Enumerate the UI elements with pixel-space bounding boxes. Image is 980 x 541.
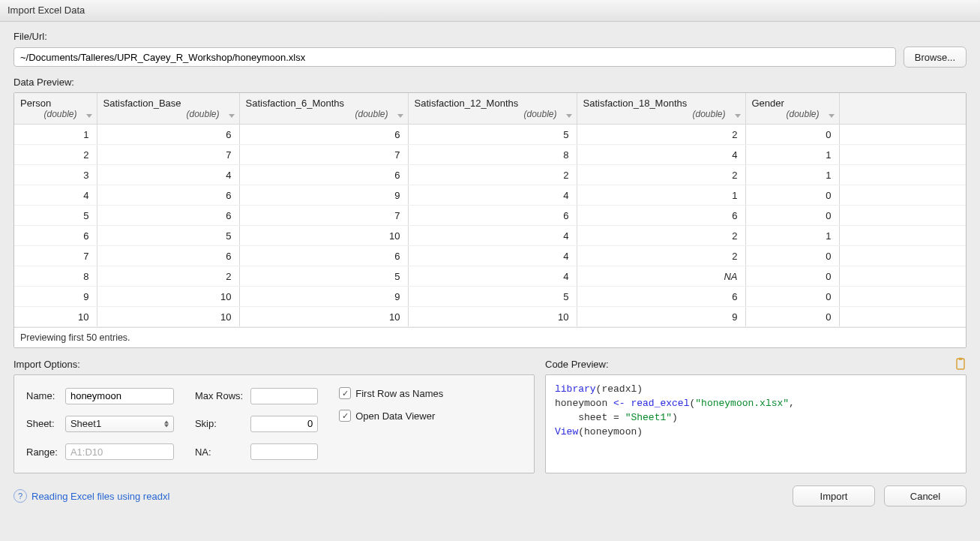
- help-link[interactable]: ? Reading Excel files using readxl: [13, 489, 169, 503]
- chevron-down-icon: [86, 114, 92, 118]
- table-cell: 6: [97, 185, 239, 206]
- table-cell: 4: [408, 266, 577, 287]
- chevron-down-icon: [829, 114, 835, 118]
- table-cell: 5: [97, 226, 239, 246]
- file-url-input[interactable]: [13, 47, 896, 67]
- column-header[interactable]: Satisfaction_12_Months(double): [408, 93, 577, 125]
- table-cell: 6: [577, 206, 745, 226]
- table-cell-empty: [839, 246, 966, 266]
- column-name: Person: [20, 98, 91, 109]
- chevron-down-icon: [397, 114, 403, 118]
- table-row: 8254NA0: [14, 266, 966, 287]
- table-cell: 0: [745, 246, 839, 266]
- table-row: 166520: [14, 125, 966, 145]
- table-cell: NA: [577, 266, 745, 287]
- table-cell: 1: [745, 226, 839, 246]
- column-header[interactable]: Person(double): [14, 93, 97, 125]
- table-cell: 6: [239, 246, 408, 266]
- dialog-title: Import Excel Data: [0, 0, 980, 22]
- table-cell: 1: [14, 125, 97, 145]
- table-cell: 6: [408, 206, 577, 226]
- table-cell: 9: [577, 307, 745, 327]
- column-type: (double): [752, 109, 833, 119]
- table-cell: 2: [97, 266, 239, 287]
- copy-code-button[interactable]: [955, 357, 967, 371]
- table-cell-empty: [839, 266, 966, 287]
- column-header[interactable]: Satisfaction_6_Months(double): [239, 93, 408, 125]
- table-cell: 10: [97, 307, 239, 327]
- table-cell: 4: [408, 246, 577, 266]
- table-row: 9109560: [14, 287, 966, 307]
- table-row: 567660: [14, 206, 966, 226]
- column-header[interactable]: Satisfaction_Base(double): [97, 93, 239, 125]
- cancel-button[interactable]: Cancel: [884, 485, 967, 506]
- sheet-label: Sheet:: [26, 418, 58, 429]
- range-input[interactable]: [65, 443, 174, 460]
- table-cell: 4: [14, 185, 97, 206]
- table-cell: 5: [408, 125, 577, 145]
- range-label: Range:: [26, 446, 58, 458]
- import-options-label: Import Options:: [13, 359, 535, 370]
- table-cell: 7: [239, 145, 408, 165]
- open-data-viewer-checkbox[interactable]: ✓ Open Data Viewer: [339, 410, 443, 422]
- table-cell: 7: [14, 246, 97, 266]
- column-type: (double): [246, 109, 402, 119]
- table-cell: 2: [577, 165, 745, 185]
- first-row-as-names-label: First Row as Names: [355, 388, 443, 399]
- open-data-viewer-label: Open Data Viewer: [355, 410, 435, 422]
- name-input[interactable]: [65, 388, 174, 404]
- svg-rect-0: [957, 359, 964, 369]
- sheet-select-value: Sheet1: [70, 418, 101, 429]
- table-cell-empty: [839, 145, 966, 165]
- table-cell: 10: [408, 307, 577, 327]
- table-cell-empty: [839, 307, 966, 327]
- import-button[interactable]: Import: [793, 485, 875, 506]
- column-name: Satisfaction_6_Months: [246, 98, 402, 109]
- maxrows-input[interactable]: [250, 388, 318, 404]
- table-cell: 10: [14, 307, 97, 327]
- table-cell: 0: [745, 185, 839, 206]
- table-cell-empty: [839, 165, 966, 185]
- first-row-as-names-checkbox[interactable]: ✓ First Row as Names: [339, 387, 443, 399]
- checkbox-checked-icon: ✓: [339, 410, 351, 422]
- skip-input[interactable]: [250, 416, 318, 432]
- help-link-text: Reading Excel files using readxl: [31, 491, 169, 502]
- table-cell: 6: [14, 226, 97, 246]
- table-cell: 2: [408, 165, 577, 185]
- table-cell: 1: [745, 165, 839, 185]
- na-input[interactable]: [250, 443, 318, 460]
- table-cell: 10: [239, 226, 408, 246]
- column-header[interactable]: Gender(double): [745, 93, 839, 125]
- table-cell-empty: [839, 125, 966, 145]
- table-cell: 4: [408, 226, 577, 246]
- column-name: Satisfaction_Base: [103, 98, 233, 109]
- table-cell: 1: [577, 185, 745, 206]
- chevron-down-icon: [566, 114, 572, 118]
- table-cell: 2: [14, 145, 97, 165]
- table-cell: 4: [577, 145, 745, 165]
- table-cell: 0: [745, 307, 839, 327]
- column-name: Gender: [752, 98, 833, 109]
- chevron-down-icon: [229, 114, 235, 118]
- table-cell: 9: [239, 287, 408, 307]
- table-cell: 6: [239, 125, 408, 145]
- table-cell: 6: [97, 206, 239, 226]
- code-preview-box[interactable]: library(readxl) honeymoon <- read_excel(…: [545, 374, 967, 473]
- table-cell: 8: [14, 266, 97, 287]
- table-row: 1010101090: [14, 307, 966, 327]
- table-cell-empty: [839, 206, 966, 226]
- table-row: 6510421: [14, 226, 966, 246]
- name-label: Name:: [26, 390, 58, 401]
- column-type: (double): [415, 109, 571, 119]
- data-preview-table: Person(double)Satisfaction_Base(double)S…: [13, 92, 967, 348]
- table-cell: 4: [408, 185, 577, 206]
- browse-button[interactable]: Browse...: [904, 47, 967, 68]
- table-cell: 5: [408, 287, 577, 307]
- column-header[interactable]: Satisfaction_18_Months(double): [577, 93, 745, 125]
- sheet-select[interactable]: Sheet1: [65, 416, 174, 432]
- table-cell: 4: [97, 165, 239, 185]
- skip-label: Skip:: [195, 418, 243, 429]
- table-cell-empty: [839, 185, 966, 206]
- table-cell: 0: [745, 287, 839, 307]
- preview-footer-text: Previewing first 50 entries.: [14, 327, 966, 347]
